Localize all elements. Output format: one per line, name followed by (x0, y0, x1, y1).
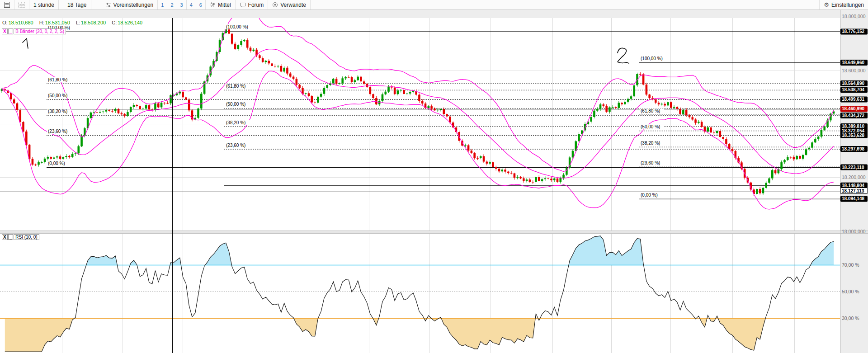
high-value: 18.531,050 (45, 20, 70, 25)
mittel-button[interactable]: Mittel (206, 0, 236, 9)
fib-label: (38,20 %) (641, 141, 660, 146)
price-badge-text: 18.094,148 (842, 196, 864, 201)
low-value: 18.508,200 (81, 20, 106, 25)
layout-grid-icon (19, 2, 25, 8)
fib-label: (0,00 %) (48, 161, 65, 166)
low-label: L: (76, 20, 80, 25)
chart-canvas[interactable]: (100,00 %)(61,80 %)(50,00 %)(38,20 %)(23… (0, 10, 868, 353)
preset-3-button[interactable]: 3 (177, 0, 187, 9)
open-label: O: (2, 20, 8, 25)
presets-button[interactable]: Voreinstellungen (101, 0, 158, 9)
price-badge-text: 18.460,990 (842, 106, 864, 111)
fib-label: (50,00 %) (226, 102, 245, 107)
rsi-name[interactable]: RSI (10, 0) (14, 234, 39, 240)
rsi-minimize-button[interactable]: _ (8, 234, 14, 240)
price-badge-text: 18.223,110 (842, 165, 864, 170)
price-axis-label: 18.000,000 (842, 229, 866, 234)
verwandte-label: Verwandte (280, 2, 306, 8)
close-label: C: (112, 20, 117, 25)
fib-label: (61,80 %) (48, 77, 67, 82)
panel-separator[interactable] (0, 231, 868, 234)
bollinger-indicator-label: X _ B Bänder (20, 0, 2, 2, S) (2, 28, 66, 34)
bollinger-minimize-button[interactable]: _ (8, 28, 14, 34)
chart-list-button[interactable] (0, 0, 14, 9)
rsi-panel[interactable] (0, 234, 840, 353)
interval-label: 1 stunde (33, 2, 54, 8)
fib-label: (100,00 %) (641, 56, 663, 61)
forum-label: Forum (248, 2, 264, 8)
price-badge-text: 18.148,804 (842, 183, 864, 188)
fib-label: (61,80 %) (641, 108, 660, 113)
high-label: H: (39, 20, 44, 25)
forum-button[interactable]: Forum (236, 0, 269, 9)
gear-icon: ⚙ (824, 2, 829, 8)
fib-label: (0,00 %) (641, 193, 658, 198)
rsi-axis-label: 50,00 % (842, 289, 859, 294)
range-label: 18 Tage (67, 2, 87, 8)
fib-label: (61,80 %) (226, 84, 245, 89)
chart-toolbar: 1 stunde 18 Tage Voreinstellungen 1 2 3 … (0, 0, 868, 10)
close-value: 18.526,140 (118, 20, 142, 25)
presets-label: Voreinstellungen (113, 2, 154, 8)
trading-platform-window: 1 stunde 18 Tage Voreinstellungen 1 2 3 … (0, 0, 868, 353)
price-badge-text: 18.499,631 (842, 97, 864, 102)
fib-label: (23,60 %) (641, 160, 660, 165)
einstellungen-label: Einstellungen (831, 2, 864, 8)
ohlc-readout: O:18.510,680 H:18.531,050 L:18.508,200 C… (2, 20, 147, 25)
range-button[interactable]: 18 Tage (63, 0, 91, 9)
rsi-close-button[interactable]: X (2, 234, 8, 240)
fib-label: (50,00 %) (641, 124, 660, 129)
indicator-candles-icon (210, 2, 216, 8)
price-badge-text: 18.564,890 (842, 81, 864, 86)
price-badge-text: 18.297,698 (842, 146, 864, 151)
rsi-axis-label: 70,00 % (842, 262, 859, 268)
einstellungen-button[interactable]: ⚙ Einstellungen (819, 0, 868, 9)
price-axis-label: 18.800,000 (842, 14, 866, 19)
bollinger-close-button[interactable]: X (2, 28, 8, 34)
fib-label: (50,00 %) (48, 93, 67, 98)
price-badge-text: 18.776,152 (842, 29, 864, 34)
preset-2-button[interactable]: 2 (167, 0, 177, 9)
bollinger-name[interactable]: B Bänder (20, 0, 2, 2, S) (14, 28, 66, 34)
verwandte-eye-icon (272, 2, 278, 8)
preset-4-button[interactable]: 4 (187, 0, 196, 9)
price-badge-text: 18.538,704 (842, 87, 864, 92)
rsi-indicator-label: X _ RSI (10, 0) (2, 234, 39, 240)
fib-label: (23,60 %) (48, 129, 67, 134)
fib-label: (38,20 %) (226, 120, 245, 125)
price-axis-label: 18.200,000 (842, 174, 866, 180)
interval-button[interactable]: 1 stunde (29, 0, 59, 9)
price-badge-text: 18.127,113 (842, 188, 864, 193)
mittel-label: Mittel (218, 2, 231, 8)
presets-sliders-icon (105, 2, 111, 8)
fib-label: (100,00 %) (226, 24, 248, 29)
preset-1-button[interactable]: 1 (158, 0, 167, 9)
fib-label: (23,60 %) (226, 143, 245, 148)
price-badge-text: 18.353,628 (842, 133, 864, 138)
open-value: 18.510,680 (9, 20, 33, 25)
preset-6-button[interactable]: 6 (196, 0, 206, 9)
toolbar-spacer (311, 0, 819, 9)
price-badge-text: 18.434,372 (842, 113, 864, 118)
chart-list-icon (4, 2, 10, 8)
forum-speech-bubble-icon (240, 2, 246, 8)
price-axis-label: 18.600,000 (842, 68, 866, 73)
verwandte-button[interactable]: Verwandte (268, 0, 311, 9)
fib-label: (38,20 %) (48, 109, 67, 114)
layout-grid-button[interactable] (14, 0, 29, 9)
rsi-axis-label: 30,00 % (842, 315, 859, 321)
price-badge-text: 18.649,960 (842, 60, 864, 65)
